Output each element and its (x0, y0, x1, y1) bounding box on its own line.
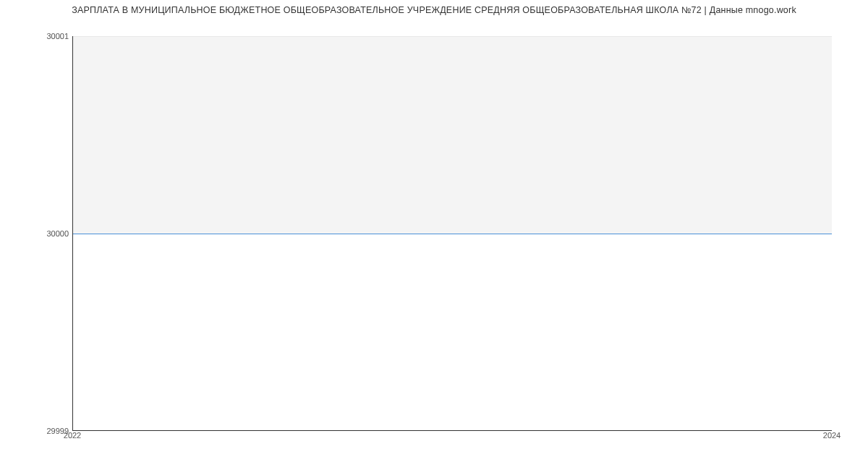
y-tick-30001: 30001 (46, 32, 69, 40)
area-fill (73, 36, 832, 234)
x-tick-2024: 2024 (823, 431, 841, 440)
y-tick-30000: 30000 (46, 229, 69, 238)
chart-title: ЗАРПЛАТА В МУНИЦИПАЛЬНОЕ БЮДЖЕТНОЕ ОБЩЕО… (0, 5, 868, 15)
plot-area (72, 36, 832, 431)
grid-line-top (73, 36, 832, 37)
x-tick-2022: 2022 (64, 431, 81, 440)
data-line (73, 234, 832, 235)
